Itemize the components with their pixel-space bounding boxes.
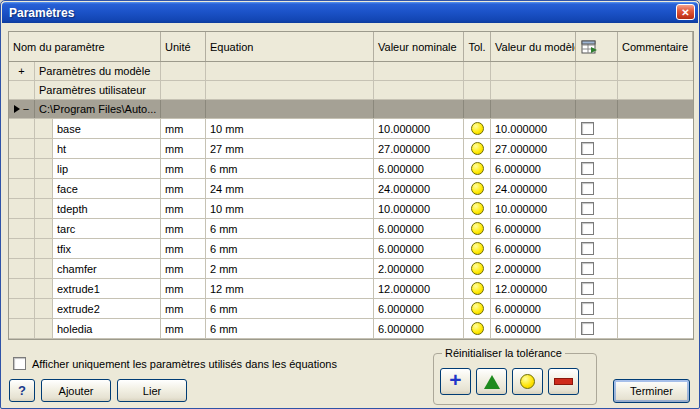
param-model-value-cell[interactable]: 2.000000: [491, 259, 576, 278]
param-tolerance-cell[interactable]: [464, 219, 491, 238]
expand-indicator[interactable]: +: [9, 62, 35, 80]
param-equation-cell[interactable]: 6 mm: [206, 239, 374, 258]
close-button[interactable]: ✕: [676, 4, 695, 20]
tolerance-yellow-circle-icon[interactable]: [471, 182, 484, 195]
param-tolerance-cell[interactable]: [464, 299, 491, 318]
export-checkbox[interactable]: [581, 162, 594, 175]
param-name-cell[interactable]: tarc: [53, 219, 161, 238]
param-comment-cell[interactable]: [618, 259, 693, 278]
param-equation-cell[interactable]: 24 mm: [206, 179, 374, 198]
group-label[interactable]: Paramètres utilisateur: [35, 81, 161, 99]
param-nominal-cell[interactable]: 24.000000: [374, 179, 464, 198]
param-comment-cell[interactable]: [618, 139, 693, 158]
export-checkbox[interactable]: [581, 202, 594, 215]
tolerance-yellow-circle-icon[interactable]: [471, 242, 484, 255]
param-name-cell[interactable]: face: [53, 179, 161, 198]
tolerance-yellow-circle-icon[interactable]: [471, 262, 484, 275]
param-equation-cell[interactable]: 2 mm: [206, 259, 374, 278]
tolerance-yellow-circle-icon[interactable]: [471, 222, 484, 235]
param-unit-cell[interactable]: mm: [161, 319, 206, 338]
tolerance-lower-button[interactable]: [548, 368, 579, 395]
param-tolerance-cell[interactable]: [464, 199, 491, 218]
export-checkbox[interactable]: [581, 222, 594, 235]
param-comment-cell[interactable]: [618, 179, 693, 198]
param-export-cell[interactable]: [576, 159, 618, 178]
param-unit-cell[interactable]: mm: [161, 279, 206, 298]
param-export-cell[interactable]: [576, 239, 618, 258]
group-row-user-parameters[interactable]: Paramètres utilisateur: [9, 81, 693, 100]
param-tolerance-cell[interactable]: [464, 239, 491, 258]
param-export-cell[interactable]: [576, 179, 618, 198]
help-button[interactable]: ?: [9, 379, 35, 402]
add-button[interactable]: Ajouter: [41, 379, 111, 402]
param-nominal-cell[interactable]: 12.000000: [374, 279, 464, 298]
param-model-value-cell[interactable]: 6.000000: [491, 159, 576, 178]
param-unit-cell[interactable]: mm: [161, 119, 206, 138]
current-row-indicator[interactable]: −: [9, 100, 35, 118]
param-unit-cell[interactable]: mm: [161, 299, 206, 318]
param-model-value-cell[interactable]: 6.000000: [491, 299, 576, 318]
table-row[interactable]: tfix mm 6 mm 6.000000 6.000000: [9, 239, 693, 259]
param-model-value-cell[interactable]: 27.000000: [491, 139, 576, 158]
param-nominal-cell[interactable]: 2.000000: [374, 259, 464, 278]
param-nominal-cell[interactable]: 6.000000: [374, 239, 464, 258]
param-tolerance-cell[interactable]: [464, 119, 491, 138]
group-label[interactable]: C:\Program Files\Auto...: [35, 100, 161, 118]
param-comment-cell[interactable]: [618, 159, 693, 178]
finish-button[interactable]: Terminer: [613, 379, 690, 403]
param-comment-cell[interactable]: [618, 299, 693, 318]
group-row-model-parameters[interactable]: + Paramètres du modèle: [9, 62, 693, 81]
table-row[interactable]: tarc mm 6 mm 6.000000 6.000000: [9, 219, 693, 239]
table-row[interactable]: tdepth mm 10 mm 10.000000 10.000000: [9, 199, 693, 219]
param-export-cell[interactable]: [576, 299, 618, 318]
param-nominal-cell[interactable]: 6.000000: [374, 219, 464, 238]
param-equation-cell[interactable]: 6 mm: [206, 299, 374, 318]
param-nominal-cell[interactable]: 6.000000: [374, 319, 464, 338]
export-checkbox[interactable]: [581, 322, 594, 335]
param-nominal-cell[interactable]: 27.000000: [374, 139, 464, 158]
param-export-cell[interactable]: [576, 139, 618, 158]
param-model-value-cell[interactable]: 6.000000: [491, 239, 576, 258]
tolerance-yellow-circle-icon[interactable]: [471, 162, 484, 175]
param-name-cell[interactable]: lip: [53, 159, 161, 178]
param-nominal-cell[interactable]: 10.000000: [374, 119, 464, 138]
param-equation-cell[interactable]: 10 mm: [206, 119, 374, 138]
param-nominal-cell[interactable]: 6.000000: [374, 299, 464, 318]
param-export-cell[interactable]: [576, 259, 618, 278]
param-tolerance-cell[interactable]: [464, 319, 491, 338]
param-equation-cell[interactable]: 6 mm: [206, 219, 374, 238]
table-row[interactable]: base mm 10 mm 10.000000 10.000000: [9, 119, 693, 139]
tolerance-yellow-circle-icon[interactable]: [471, 322, 484, 335]
param-tolerance-cell[interactable]: [464, 259, 491, 278]
table-row[interactable]: face mm 24 mm 24.000000 24.000000: [9, 179, 693, 199]
param-unit-cell[interactable]: mm: [161, 219, 206, 238]
tolerance-yellow-circle-icon[interactable]: [471, 282, 484, 295]
tolerance-yellow-circle-icon[interactable]: [471, 122, 484, 135]
param-unit-cell[interactable]: mm: [161, 239, 206, 258]
table-row[interactable]: lip mm 6 mm 6.000000 6.000000: [9, 159, 693, 179]
param-equation-cell[interactable]: 10 mm: [206, 199, 374, 218]
param-name-cell[interactable]: holedia: [53, 319, 161, 338]
param-model-value-cell[interactable]: 6.000000: [491, 219, 576, 238]
tolerance-yellow-circle-icon[interactable]: [471, 142, 484, 155]
param-tolerance-cell[interactable]: [464, 279, 491, 298]
param-unit-cell[interactable]: mm: [161, 159, 206, 178]
param-tolerance-cell[interactable]: [464, 179, 491, 198]
link-button[interactable]: Lier: [117, 379, 187, 402]
table-row[interactable]: extrude2 mm 6 mm 6.000000 6.000000: [9, 299, 693, 319]
param-export-cell[interactable]: [576, 219, 618, 238]
export-checkbox[interactable]: [581, 122, 594, 135]
param-export-cell[interactable]: [576, 199, 618, 218]
param-comment-cell[interactable]: [618, 319, 693, 338]
param-nominal-cell[interactable]: 6.000000: [374, 159, 464, 178]
param-comment-cell[interactable]: [618, 279, 693, 298]
param-name-cell[interactable]: chamfer: [53, 259, 161, 278]
tolerance-median-button[interactable]: [512, 368, 543, 395]
param-comment-cell[interactable]: [618, 119, 693, 138]
param-model-value-cell[interactable]: 10.000000: [491, 199, 576, 218]
param-name-cell[interactable]: extrude2: [53, 299, 161, 318]
param-equation-cell[interactable]: 6 mm: [206, 159, 374, 178]
param-export-cell[interactable]: [576, 279, 618, 298]
param-model-value-cell[interactable]: 12.000000: [491, 279, 576, 298]
export-checkbox[interactable]: [581, 262, 594, 275]
